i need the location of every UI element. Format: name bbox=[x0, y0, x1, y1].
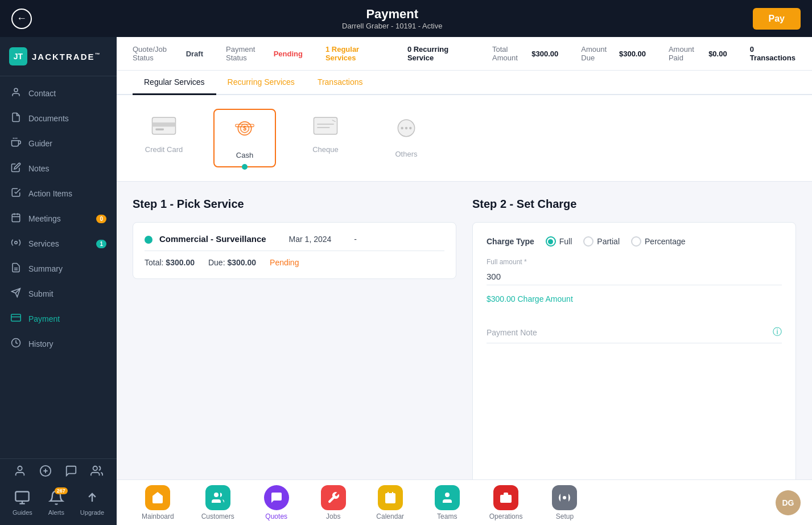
payment-method-cheque[interactable]: Cheque bbox=[294, 109, 357, 167]
user-avatar-wrap[interactable]: DG bbox=[776, 490, 801, 515]
payment-note-label: Payment Note bbox=[487, 328, 537, 337]
service-date: Mar 1, 2024 bbox=[289, 235, 332, 244]
nav-operations-label: Operations bbox=[489, 512, 523, 520]
radio-full[interactable]: Full bbox=[546, 236, 572, 247]
recurring-service-count: 0 Recurring Service bbox=[407, 45, 469, 62]
chat-footer-icon[interactable] bbox=[65, 465, 77, 477]
charge-type-label: Charge Type bbox=[487, 237, 534, 246]
svg-rect-40 bbox=[385, 493, 395, 503]
svg-rect-26 bbox=[152, 122, 175, 126]
nav-customers[interactable]: Customers bbox=[188, 481, 248, 525]
mainboard-icon bbox=[145, 485, 170, 510]
payment-status: Payment Status Pending bbox=[226, 45, 303, 62]
sidebar-nav: Contact Documents Guider Notes bbox=[0, 76, 117, 458]
service-footer: Total: $300.00 Due: $300.00 Pending bbox=[145, 251, 444, 267]
page-subtitle: Darrell Graber - 10191 - Active bbox=[342, 22, 442, 30]
sidebar: JT JACKTRADE™ Contact Documents Guide bbox=[0, 37, 117, 525]
amount-paid-label: Amount Paid bbox=[669, 45, 704, 62]
radio-partial-label: Partial bbox=[597, 237, 620, 246]
sidebar-item-payment[interactable]: Payment bbox=[0, 306, 117, 331]
nav-calendar[interactable]: Calendar bbox=[362, 481, 419, 525]
service-total: Total: $300.00 bbox=[145, 258, 195, 267]
calendar-icon bbox=[378, 485, 403, 510]
main-layout: JT JACKTRADE™ Contact Documents Guide bbox=[0, 37, 812, 525]
svg-text:$: $ bbox=[243, 125, 246, 132]
sidebar-item-guider[interactable]: Guider bbox=[0, 131, 117, 156]
nav-operations[interactable]: Operations bbox=[476, 481, 537, 525]
radio-partial-circle bbox=[583, 236, 593, 247]
user-footer-icon[interactable] bbox=[14, 465, 26, 477]
back-button[interactable]: ← bbox=[11, 9, 32, 29]
svg-rect-21 bbox=[16, 492, 29, 501]
others-label: Others bbox=[395, 150, 417, 158]
meetings-badge: 0 bbox=[96, 215, 106, 223]
sidebar-item-services[interactable]: Services 1 bbox=[0, 231, 117, 256]
service-header: Commercial - Surveillance Mar 1, 2024 - bbox=[145, 234, 444, 244]
service-card[interactable]: Commercial - Surveillance Mar 1, 2024 - … bbox=[133, 222, 456, 279]
documents-icon bbox=[10, 112, 22, 125]
sidebar-item-contact[interactable]: Contact bbox=[0, 81, 117, 106]
nav-setup[interactable]: Setup bbox=[536, 481, 593, 525]
payment-method-cash[interactable]: $ Cash bbox=[213, 109, 276, 167]
dollar-footer-icon[interactable] bbox=[39, 465, 52, 477]
amount-due: Amount Due $300.00 bbox=[581, 45, 646, 62]
sidebar-item-meetings[interactable]: Meetings 0 bbox=[0, 206, 117, 231]
sidebar-item-documents[interactable]: Documents bbox=[0, 106, 117, 131]
upgrade-action[interactable]: Upgrade bbox=[80, 490, 104, 516]
quote-job-status-value: Draft bbox=[186, 50, 203, 58]
nav-quotes[interactable]: Quotes bbox=[248, 481, 305, 525]
svg-point-20 bbox=[93, 466, 97, 470]
sidebar-label-payment: Payment bbox=[28, 314, 60, 323]
cash-icon: $ bbox=[232, 117, 257, 146]
upgrade-icon-wrap bbox=[84, 490, 100, 507]
total-amount-value: $300.00 bbox=[531, 50, 558, 58]
bottom-nav: Mainboard Customers Quotes Jobs bbox=[117, 479, 812, 525]
guides-icon-wrap bbox=[14, 490, 30, 507]
cash-label: Cash bbox=[236, 151, 253, 159]
full-amount-input[interactable] bbox=[487, 268, 782, 285]
amount-paid-value: $0.00 bbox=[708, 50, 727, 58]
sidebar-item-history[interactable]: History bbox=[0, 331, 117, 356]
status-bar: Quote/Job Status Draft Payment Status Pe… bbox=[117, 37, 812, 71]
nav-jobs[interactable]: Jobs bbox=[305, 481, 362, 525]
svg-point-36 bbox=[401, 127, 403, 129]
sidebar-item-notes[interactable]: Notes bbox=[0, 156, 117, 181]
pay-button[interactable]: Pay bbox=[753, 8, 801, 30]
payment-icon bbox=[10, 313, 22, 325]
svg-point-0 bbox=[14, 88, 18, 92]
guides-label: Guides bbox=[13, 509, 32, 516]
nav-teams[interactable]: Teams bbox=[419, 481, 476, 525]
logo: JT JACKTRADE™ bbox=[0, 37, 117, 76]
payment-method-others[interactable]: Others bbox=[375, 109, 438, 167]
nav-teams-label: Teams bbox=[437, 512, 457, 520]
alerts-label: Alerts bbox=[48, 509, 64, 516]
customers-icon bbox=[205, 485, 230, 510]
team-footer-icon[interactable] bbox=[90, 465, 103, 477]
tab-regular-services[interactable]: Regular Services bbox=[133, 71, 216, 95]
sidebar-label-services: Services bbox=[28, 239, 59, 248]
payment-status-label: Payment Status bbox=[226, 45, 269, 62]
nav-jobs-label: Jobs bbox=[326, 512, 340, 520]
sidebar-item-action-items[interactable]: Action Items bbox=[0, 181, 117, 206]
teams-icon bbox=[435, 485, 460, 510]
guides-action[interactable]: Guides bbox=[13, 490, 32, 516]
history-icon bbox=[10, 338, 22, 350]
page-title: Payment bbox=[342, 7, 442, 22]
header-title-block: Payment Darrell Graber - 10191 - Active bbox=[342, 7, 442, 30]
tab-recurring-services[interactable]: Recurring Services bbox=[216, 71, 306, 95]
tab-transactions[interactable]: Transactions bbox=[306, 71, 374, 95]
service-status: Pending bbox=[270, 258, 299, 267]
radio-percentage[interactable]: Percentage bbox=[631, 236, 686, 247]
top-header: ← Payment Darrell Graber - 10191 - Activ… bbox=[0, 0, 812, 37]
payment-note-row: Payment Note ⓘ bbox=[487, 322, 782, 343]
radio-partial[interactable]: Partial bbox=[583, 236, 620, 247]
sidebar-item-submit[interactable]: Submit bbox=[0, 281, 117, 306]
alerts-action[interactable]: 267 Alerts bbox=[48, 490, 64, 516]
service-due: Due: $300.00 bbox=[208, 258, 256, 267]
nav-mainboard[interactable]: Mainboard bbox=[128, 481, 188, 525]
sidebar-item-summary[interactable]: Summary bbox=[0, 256, 117, 281]
svg-rect-4 bbox=[12, 214, 20, 222]
sidebar-label-guider: Guider bbox=[28, 139, 52, 148]
action-items-icon bbox=[10, 187, 22, 200]
payment-method-credit-card[interactable]: Credit Card bbox=[133, 109, 195, 167]
